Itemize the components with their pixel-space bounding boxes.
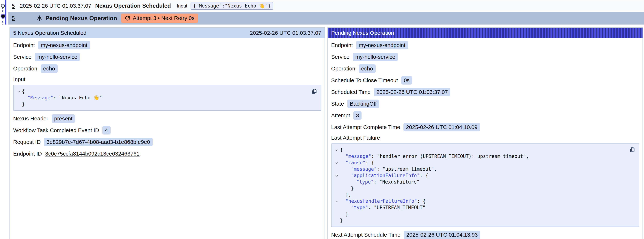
copy-button[interactable] [311,88,318,95]
field-row-endpoint: Endpointmy-nexus-endpoint [331,41,639,50]
scheduled-event-panel-body: Endpointmy-nexus-endpointServicemy-hello… [10,38,324,164]
event-id-link[interactable]: 5 [12,15,17,21]
pending-fields-top: Endpointmy-nexus-endpointServicemy-hello… [331,41,639,132]
code-gutter-spacer [16,101,22,108]
code-text: "type": "NexusFailure" [340,179,420,185]
pending-operation-panel-header: Pending Nexus Operation [328,28,642,38]
code-text: "type": "UPSTREAM_TIMEOUT" [340,204,426,211]
collapse-chevron-icon[interactable] [333,160,340,166]
failure-section-label: Last Attempt Failure [331,135,639,141]
timeline-gutter [0,0,8,28]
panel-title: 5 Nexus Operation Scheduled [13,30,86,36]
field-label: Endpoint ID [13,150,42,157]
scheduled-fields-top: Endpointmy-nexus-endpointServicemy-hello… [13,41,321,73]
code-text: } [340,211,348,217]
event-input-label: Input [177,3,187,9]
collapse-chevron-icon[interactable] [333,147,340,153]
code-gutter-spacer [333,153,340,160]
code-text: "Message": "Nexus Echo 👋" [22,94,102,101]
code-line: "type": "NexusFailure" [333,179,628,185]
field-value-badge: BackingOff [347,100,379,108]
event-detail-panels: 5 Nexus Operation Scheduled 2025-02-26 U… [10,28,643,239]
event-row-nexus-operation-scheduled[interactable]: 5 2025-02-26 UTC 01:03:37.07 Nexus Opera… [8,0,644,11]
retry-icon [125,15,130,21]
field-value-badge: 3e829b7e-7d67-4b08-aad3-b1e868bfe9e0 [44,138,153,146]
timeline-event-node-icon [1,4,5,8]
panel-title: Pending Nexus Operation [331,30,394,36]
code-gutter-spacer [333,185,340,192]
collapse-chevron-icon[interactable] [333,172,340,179]
code-line: "cause": { [333,160,628,166]
field-label: Next Attempt Schedule Time [331,232,400,238]
code-gutter-spacer [333,204,340,211]
code-line: { [16,88,310,94]
scheduled-fields-bottom: Nexus HeaderpresentWorkflow Task Complet… [13,114,321,158]
pending-operation-panel-body: Endpointmy-nexus-endpointServicemy-hello… [328,38,642,239]
scheduled-event-panel: 5 Nexus Operation Scheduled 2025-02-26 U… [10,28,325,239]
field-value-badge: present [52,114,75,123]
field-row-endpoint-id: Endpoint ID3c0c75ccfa8144b092c13ce632463… [13,150,321,158]
field-value-badge: my-nexus-endpoint [356,41,408,50]
field-label: Service [13,54,32,60]
code-text: } [340,185,354,192]
field-value-link[interactable]: 3c0c75ccfa8144b092c13ce632463761 [45,150,140,157]
field-value-badge: echo [41,64,58,73]
event-history-rows: 5 2025-02-26 UTC 01:03:37.07 Nexus Opera… [8,0,644,24]
collapse-chevron-icon[interactable] [16,88,22,94]
field-row-state: StateBackingOff [331,100,639,108]
code-text: } [22,101,25,108]
field-label: State [331,101,344,107]
input-json-block: {"Message": "Nexus Echo 👋"} [13,85,321,111]
field-label: Workflow Task Completed Event ID [13,127,99,134]
code-gutter-spacer [333,211,340,217]
code-gutter-spacer [333,179,340,185]
field-label: Service [331,54,350,60]
pending-operation-panel: Pending Nexus Operation Endpointmy-nexus… [328,28,643,239]
event-id-link[interactable]: 5 [12,3,17,9]
field-value-badge: 3 [353,111,362,120]
copy-icon [628,146,636,153]
code-line: "nexusHandlerFailureInfo": { [333,198,628,204]
copy-icon [311,88,318,95]
code-line: "message": "handler error (UPSTREAM_TIME… [333,153,628,160]
code-line: }, [333,192,628,198]
field-label: Operation [13,66,37,72]
field-label: Scheduled Time [331,89,370,95]
retry-status-badge: Attempt 3 • Next Retry 0s [121,14,198,23]
field-label: Attempt [331,112,350,118]
field-label: Nexus Header [13,116,48,122]
field-row-last-attempt-complete-time: Last Attempt Complete Time2025-02-26 UTC… [331,123,639,132]
field-row-operation: Operationecho [331,64,639,73]
failure-json-lines: {"message": "handler error (UPSTREAM_TIM… [333,147,628,224]
field-value-badge: 4 [102,126,110,134]
field-label: Operation [331,66,355,72]
code-text: { [340,147,343,153]
collapse-chevron-icon[interactable] [333,198,340,204]
field-value-badge: 2025-02-26 UTC 01:04:13.93 [404,230,480,239]
code-line: "Message": "Nexus Echo 👋" [16,94,310,101]
field-row-workflow-task-completed-event-id: Workflow Task Completed Event ID4 [13,126,321,134]
code-line: "applicationFailureInfo": { [333,172,628,179]
pending-fields-bottom: Next Attempt Schedule Time2025-02-26 UTC… [331,230,639,239]
code-line: } [333,217,628,224]
panel-timestamp: 2025-02-26 UTC 01:03:37.07 [250,30,321,36]
code-text: "nexusHandlerFailureInfo": { [340,198,426,204]
copy-button[interactable] [628,146,636,153]
field-row-attempt: Attempt3 [331,111,639,120]
field-value-badge: echo [358,64,376,73]
field-label: Last Attempt Complete Time [331,124,400,130]
timeline-pending-node-icon [1,14,5,18]
field-value-badge: my-hello-service [353,53,398,61]
code-line: "type": "UPSTREAM_TIMEOUT" [333,204,628,211]
code-text: "applicationFailureInfo": { [340,172,428,179]
field-row-service: Servicemy-hello-service [331,53,639,61]
code-line: } [16,101,310,108]
code-text: "cause": { [340,160,374,166]
code-text: "message": "upstream timeout", [340,166,437,172]
field-label: Request ID [13,139,41,145]
field-label: Schedule To Close Timeout [331,77,398,84]
event-row-pending-nexus-operation[interactable]: 5 Pending Nexus Operation Attempt 3 • Ne… [8,12,644,24]
event-title: Nexus Operation Scheduled [95,2,171,9]
pending-asterisk-icon [36,15,43,22]
code-gutter-spacer [333,217,340,224]
